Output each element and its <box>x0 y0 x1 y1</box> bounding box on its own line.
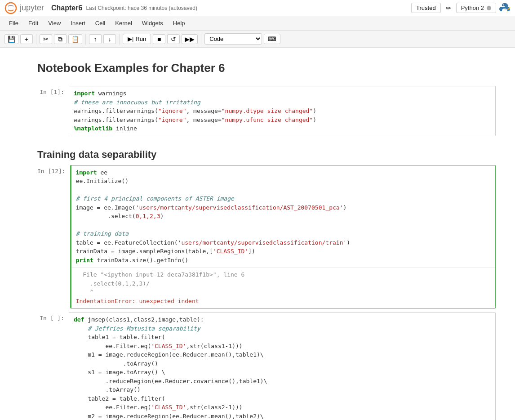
jupyter-logo-icon <box>4 2 17 14</box>
jupyter-logo: jupyter <box>4 2 44 14</box>
run-icon: ▶| <box>128 36 133 42</box>
kernel-info: Python 2 <box>456 3 496 13</box>
cut-button[interactable]: ✂ <box>40 34 52 44</box>
python-logo-icon <box>499 2 511 14</box>
toolbar-separator-2 <box>85 34 86 45</box>
trusted-button[interactable]: Trusted <box>411 3 441 13</box>
menu-kernel[interactable]: Kernel <box>111 18 137 28</box>
cell-1-content[interactable]: import warnings # these are innocuous bu… <box>69 86 496 136</box>
cell-3-container: In [ ]: def jmsep(class1,class2,image,ta… <box>37 312 496 420</box>
toolbar-separator-1 <box>36 34 36 45</box>
menubar: File Edit View Insert Cell Kernel Widget… <box>0 16 515 31</box>
python-badge: Trusted ✏ Python 2 <box>411 2 511 14</box>
toolbar: 💾 + ✂ ⧉ 📋 ↑ ↓ ▶| Run ■ ↺ ▶▶ Code Markdow… <box>0 31 515 48</box>
menu-insert[interactable]: Insert <box>66 18 90 28</box>
notebook-name[interactable]: Chapter6 <box>51 4 82 12</box>
cell-1-container: In [1]: import warnings # these are inno… <box>37 86 496 136</box>
paste-button[interactable]: 📋 <box>68 34 82 44</box>
stop-button[interactable]: ■ <box>153 34 165 44</box>
menu-view[interactable]: View <box>44 18 65 28</box>
run-label: Run <box>135 36 146 42</box>
cell-3-content[interactable]: def jmsep(class1,class2,image,table): # … <box>69 312 496 420</box>
menu-help[interactable]: Help <box>169 18 190 28</box>
add-cell-button[interactable]: + <box>20 34 33 44</box>
cell-2-content[interactable]: import ee ee.Initialize() # first 4 prin… <box>70 165 496 309</box>
toolbar-separator-3 <box>119 34 120 45</box>
section1-heading: Training data separability <box>37 149 496 161</box>
jupyter-wordmark: jupyter <box>20 3 44 13</box>
move-down-button[interactable]: ↓ <box>103 34 116 44</box>
svg-point-2 <box>506 10 506 11</box>
cell-3-label: In [ ]: <box>37 312 69 322</box>
kernel-status-indicator <box>487 6 491 10</box>
checkpoint-text: Last Checkpoint: hace 36 minutos (autosa… <box>86 5 197 11</box>
toolbar-separator-4 <box>201 34 201 45</box>
edit-pencil-button[interactable]: ✏ <box>444 4 453 13</box>
copy-button[interactable]: ⧉ <box>54 34 67 44</box>
menu-widgets[interactable]: Widgets <box>138 18 168 28</box>
save-button[interactable]: 💾 <box>4 34 18 44</box>
restart-run-all-button[interactable]: ▶▶ <box>182 34 198 44</box>
restart-button[interactable]: ↺ <box>167 34 180 44</box>
cell-2-label: In [12]: <box>37 165 70 174</box>
cell-2-code[interactable]: import ee ee.Initialize() # first 4 prin… <box>71 165 495 268</box>
cell-2-container: In [12]: import ee ee.Initialize() # fir… <box>37 165 496 309</box>
main-heading: Notebook Examples for Chapter 6 <box>37 61 496 75</box>
run-button[interactable]: ▶| Run <box>123 34 151 44</box>
cell-1-code[interactable]: import warnings # these are innocuous bu… <box>69 86 495 136</box>
menu-cell[interactable]: Cell <box>91 18 110 28</box>
cell-type-select[interactable]: Code Markdown Raw NBConvert Heading <box>204 33 262 45</box>
cell-1-label: In [1]: <box>37 86 69 95</box>
topbar: jupyter Chapter6 Last Checkpoint: hace 3… <box>0 0 515 16</box>
notebook-content: Notebook Examples for Chapter 6 In [1]: … <box>10 48 505 420</box>
menu-file[interactable]: File <box>4 18 23 28</box>
svg-point-1 <box>503 4 504 5</box>
keyboard-shortcuts-button[interactable]: ⌨ <box>264 34 280 44</box>
svg-point-0 <box>5 3 16 13</box>
cell-2-output: File "<ipython-input-12-deca7a381f1b>", … <box>71 267 495 308</box>
cell-3-code[interactable]: def jmsep(class1,class2,image,table): # … <box>69 313 495 420</box>
menu-edit[interactable]: Edit <box>24 18 43 28</box>
move-up-button[interactable]: ↑ <box>89 34 102 44</box>
